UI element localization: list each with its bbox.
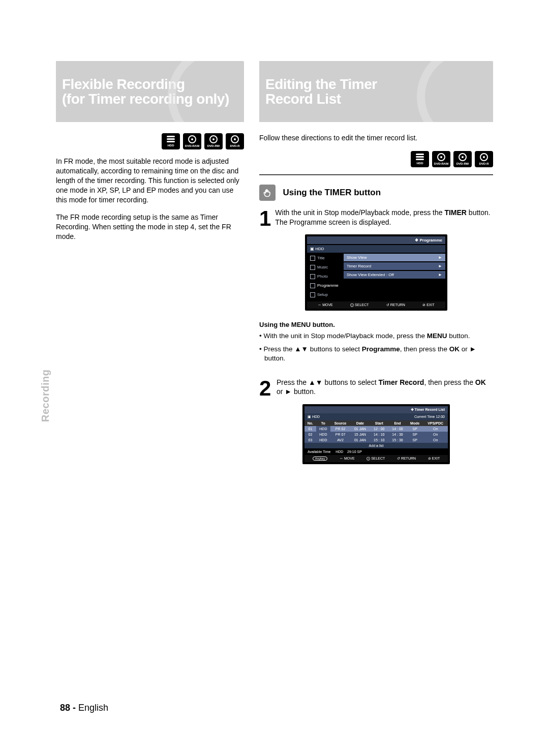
page-number: 88 - (60, 703, 76, 713)
page-language: English (78, 703, 108, 713)
left-paragraph-2: The FR mode recording setup is the same … (56, 213, 244, 241)
touch-hand-icon (259, 185, 276, 201)
menu-bullet-1: • With the unit in Stop mode/Playback mo… (259, 331, 493, 341)
using-menu-heading: Using the MENU button. (259, 321, 493, 328)
hero-r-line1: Editing the Timer (265, 77, 377, 92)
programme-screen: ❖ Programme ▣ HDD Title Music Photo Prog… (305, 234, 447, 311)
hero-flexible-recording: Flexible Recording (for Timer recording … (56, 61, 244, 122)
media-icons-right: HDD DVD-RAM DVD-RW DVD-R (259, 151, 493, 167)
using-timer-heading: Using the TIMER button (283, 188, 381, 198)
hero-r-line2: Record List (265, 92, 377, 106)
dvd-rw-icon: DVD-RW (453, 151, 472, 167)
dvd-rw-icon: DVD-RW (204, 133, 223, 149)
dvd-ram-icon: DVD-RAM (432, 151, 450, 167)
media-icons-left: HDD DVD-RAM DVD-RW DVD-R (56, 133, 244, 149)
step-2-number: 2 (259, 378, 272, 399)
divider (259, 174, 493, 175)
step-1: 1 With the unit in Stop mode/Playback mo… (259, 208, 493, 229)
hdd-icon: HDD (162, 133, 180, 149)
timer-record-list-screen: ❖ Timer Record List ▣ HDD Current Time 1… (302, 404, 450, 464)
hdd-icon: HDD (411, 151, 429, 167)
menu-bullet-2: • Press the ▲▼ buttons to select Program… (259, 345, 493, 363)
section-side-tab: Recording (40, 370, 51, 422)
dvd-r-icon: DVD-R (226, 133, 244, 149)
left-paragraph-1: In FR mode, the most suitable record mod… (56, 157, 244, 204)
dvd-ram-icon: DVD-RAM (183, 133, 201, 149)
page-footer: 88 - English (60, 703, 108, 713)
step-1-number: 1 (259, 208, 271, 229)
hero-editing-timer: Editing the Timer Record List (259, 61, 493, 122)
right-intro: Follow these directions to edit the time… (259, 133, 493, 143)
step-2: 2 Press the ▲▼ buttons to select Timer R… (259, 378, 493, 399)
dvd-r-icon: DVD-R (475, 151, 493, 167)
